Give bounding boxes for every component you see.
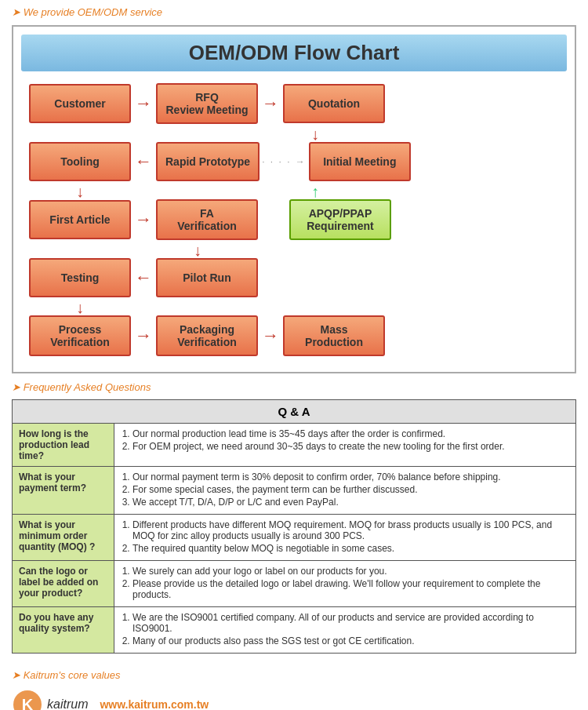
qa-answer-3: Different products have different MOQ re… (114, 515, 576, 561)
down-arrow-row-2: ↓ ↑ (29, 184, 559, 199)
flow-row-3: First Article → FAVerification APQP/PPAP… (29, 199, 559, 240)
qa-table: Q & A How long is the production lead ti… (12, 399, 576, 654)
logo-text: kaitrum (47, 697, 88, 710)
qa-answer-2: Our normal payment term is 30% deposit t… (114, 467, 576, 515)
packaging-label: PackagingVerification (177, 323, 236, 348)
customer-box: Customer (29, 84, 131, 123)
arrow-l1: ← (135, 151, 152, 172)
qa-question-1: How long is the production lead time? (13, 424, 114, 467)
arrow-down-testing: ↓ (29, 299, 131, 317)
qa-row-4: Can the logo or label be added on your p… (13, 561, 576, 607)
down-arrow-row-3: ↓ (29, 242, 559, 258)
arrow-l2: ← (135, 268, 152, 288)
flow-row-5: ProcessVerification → PackagingVerificat… (29, 315, 559, 356)
qa-answer-5: We are the ISO9001 certified company. Al… (114, 607, 576, 654)
apqp-box: APQP/PPAPRequirement (289, 199, 391, 240)
process-label: ProcessVerification (50, 323, 109, 348)
flow-grid: Customer → RFQReview Meeting → Quotation… (21, 83, 567, 356)
website-link[interactable]: www.kaitrum.com.tw (100, 698, 209, 710)
qa-answer-4: We surely can add your logo or label on … (114, 561, 576, 607)
header-section: We provide OEM/ODM service (0, 0, 588, 25)
apqp-label: APQP/PPAPRequirement (307, 207, 374, 232)
fa-verification-box: FAVerification (156, 199, 258, 240)
arrow-r3: → (135, 209, 152, 230)
qa-row-3: What is your minimum order quantity (MOQ… (13, 515, 576, 561)
mass-production-box: MassProduction (283, 315, 385, 356)
fa-label: FAVerification (177, 207, 236, 232)
kaitrum-logo-icon: K (12, 689, 43, 710)
faq-title: Frequently Asked Questions (12, 381, 576, 393)
qa-question-3: What is your minimum order quantity (MOQ… (13, 515, 114, 561)
arrow-down-quotation: ↓ (264, 126, 366, 144)
initial-meeting-box: Initial Meeting (309, 142, 411, 181)
rapid-prototype-box: Rapid Prototype (156, 142, 260, 181)
core-values-section: Kaitrum's core values K kaitrum www.kait… (0, 661, 588, 710)
pilot-run-box: Pilot Run (156, 258, 258, 297)
testing-box: Testing (29, 258, 131, 297)
down-arrow-row-4: ↓ (29, 300, 559, 315)
arrow-up-apqp: ↑ (264, 183, 366, 201)
arrow-down-tooling: ↓ (29, 183, 131, 201)
arrow-r5: → (135, 326, 152, 346)
rfq-label: RFQReview Meeting (165, 91, 248, 116)
qa-question-2: What is your payment term? (13, 467, 114, 515)
tooling-box: Tooling (29, 142, 131, 181)
process-verification-box: ProcessVerification (29, 315, 131, 356)
arrow-r5b: → (262, 326, 279, 346)
qa-question-5: Do you have any quality system? (13, 607, 114, 654)
qa-question-4: Can the logo or label be added on your p… (13, 561, 114, 607)
qa-answer-1: Our normal production lead time is 35~45… (114, 424, 576, 467)
flow-row-2: Tooling ← Rapid Prototype · · · · → Init… (29, 142, 559, 181)
qa-table-header: Q & A (13, 400, 576, 424)
qa-header-row: Q & A (13, 400, 576, 424)
flowchart-title: OEM/ODM Flow Chart (21, 35, 567, 71)
arrow-down-fa: ↓ (147, 242, 249, 260)
header-subtitle: We provide OEM/ODM service (12, 6, 576, 18)
logo-row: K kaitrum www.kaitrum.com.tw (12, 689, 576, 710)
dotted-line: · · · · → (262, 156, 307, 167)
first-article-box: First Article (29, 200, 131, 239)
flow-row-1: Customer → RFQReview Meeting → Quotation (29, 83, 559, 124)
core-values-title: Kaitrum's core values (12, 669, 576, 681)
qa-row-1: How long is the production lead time? Ou… (13, 424, 576, 467)
quotation-box: Quotation (283, 84, 385, 123)
flow-row-4: Testing ← Pilot Run (29, 258, 559, 297)
faq-section: Frequently Asked Questions Q & A How lon… (0, 373, 588, 661)
rfq-box: RFQReview Meeting (156, 83, 258, 124)
mass-label: MassProduction (305, 323, 363, 348)
flowchart-container: OEM/ODM Flow Chart Customer → RFQReview … (12, 25, 576, 373)
arrow-r2: → (262, 93, 279, 114)
down-arrow-row-1: ↓ (29, 126, 559, 142)
qa-row-5: Do you have any quality system? We are t… (13, 607, 576, 654)
arrow-r1: → (135, 93, 152, 114)
packaging-verification-box: PackagingVerification (156, 315, 258, 356)
qa-row-2: What is your payment term? Our normal pa… (13, 467, 576, 515)
svg-text:K: K (22, 696, 34, 710)
